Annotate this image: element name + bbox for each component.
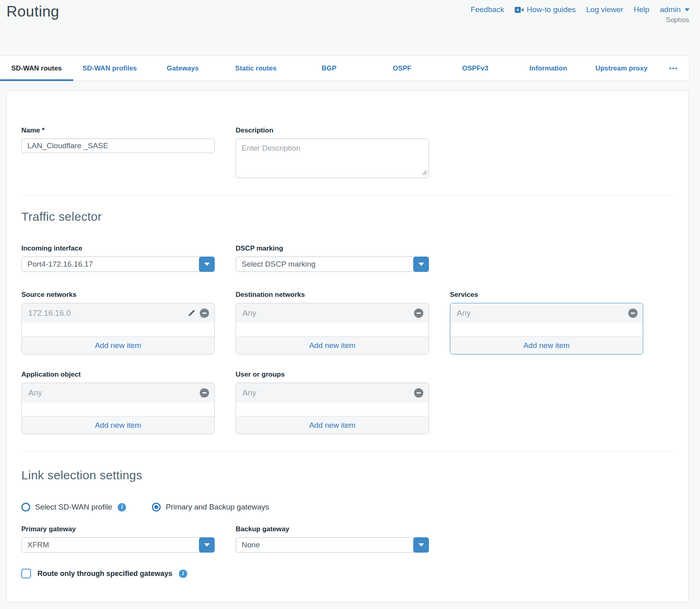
link-selection-options: Select SD-WAN profile i Primary and Back… xyxy=(21,503,674,512)
dscp-marking-value[interactable]: Select DSCP marking xyxy=(236,257,429,272)
list-item-label: Any xyxy=(242,309,410,318)
tab-upstream-proxy[interactable]: Upstream proxy xyxy=(585,56,658,81)
tab-sd-wan-profiles[interactable]: SD-WAN profiles xyxy=(73,56,147,81)
backup-gateway-label: Backup gateway xyxy=(236,525,429,533)
list-item: 172.16.16.0 xyxy=(22,303,214,323)
traffic-selector-heading: Traffic selector xyxy=(21,210,674,224)
listbox-body xyxy=(450,323,643,336)
caret-down-icon xyxy=(685,8,690,11)
destination-networks-label: Destination networks xyxy=(236,291,429,299)
tab-gateways[interactable]: Gateways xyxy=(146,56,220,81)
list-item-label: 172.16.16.0 xyxy=(28,309,183,318)
primary-gateway-select[interactable]: XFRM xyxy=(21,537,215,553)
chevron-down-icon xyxy=(418,263,424,266)
primary-gateway-value[interactable]: XFRM xyxy=(21,537,215,553)
log-viewer-link[interactable]: Log viewer xyxy=(586,5,623,14)
tab-information[interactable]: Information xyxy=(512,56,585,81)
how-to-guides-link[interactable]: How-to guides xyxy=(515,5,576,14)
incoming-interface-value[interactable]: Port4-172.16.16.17 xyxy=(21,257,215,272)
source-networks-listbox: 172.16.16.0 Add new item xyxy=(21,303,215,354)
incoming-interface-dropdown-button[interactable] xyxy=(199,257,215,272)
list-item: Any xyxy=(236,383,429,402)
header-nav: Feedback How-to guides Log viewer Help a… xyxy=(470,5,690,14)
tab-overflow-menu[interactable]: ••• xyxy=(658,56,689,81)
help-link[interactable]: Help xyxy=(634,5,649,14)
link-selection-heading: Link selection settings xyxy=(21,468,674,482)
page-header: Routing Feedback How-to guides Log viewe… xyxy=(0,0,700,56)
route-only-checkbox[interactable] xyxy=(21,569,31,578)
chevron-down-icon xyxy=(204,263,210,266)
dscp-marking-dropdown-button[interactable] xyxy=(413,257,429,272)
user-or-groups-listbox: Any Add new item xyxy=(236,383,429,434)
dscp-marking-label: DSCP marking xyxy=(236,244,429,253)
add-new-item-button[interactable]: Add new item xyxy=(450,336,643,354)
name-field[interactable] xyxy=(21,139,215,153)
info-icon[interactable]: i xyxy=(118,503,126,512)
add-new-item-button[interactable]: Add new item xyxy=(236,336,429,354)
edit-pencil-icon[interactable] xyxy=(187,309,196,317)
radio-select-sdwan-profile[interactable]: Select SD-WAN profile xyxy=(21,503,112,512)
remove-item-icon[interactable] xyxy=(200,309,209,318)
add-new-item-button[interactable]: Add new item xyxy=(22,336,214,354)
feedback-link-label: Feedback xyxy=(470,5,504,14)
services-listbox: Any Add new item xyxy=(450,303,643,354)
application-object-listbox: Any Add new item xyxy=(21,383,215,434)
tab-sd-wan-routes[interactable]: SD-WAN routes xyxy=(0,56,73,81)
primary-gateway-dropdown-button[interactable] xyxy=(199,537,215,553)
section-divider xyxy=(21,195,674,195)
radio-label: Primary and Backup gateways xyxy=(166,503,269,512)
list-item: Any xyxy=(450,303,643,323)
backup-gateway-value[interactable]: None xyxy=(236,537,429,553)
description-label: Description xyxy=(236,126,429,135)
list-item: Any xyxy=(22,383,214,402)
radio-button-icon[interactable] xyxy=(152,503,161,512)
description-field[interactable] xyxy=(236,139,429,178)
brand-label: Sophos xyxy=(666,16,689,24)
chevron-down-icon xyxy=(418,543,424,547)
backup-gateway-select[interactable]: None xyxy=(236,537,429,553)
radio-label: Select SD-WAN profile xyxy=(35,503,112,512)
tab-bar: SD-WAN routes SD-WAN profiles Gateways S… xyxy=(0,56,690,81)
remove-item-icon[interactable] xyxy=(628,309,638,318)
list-item-label: Any xyxy=(457,309,624,318)
remove-item-icon[interactable] xyxy=(414,309,423,318)
add-new-item-button[interactable]: Add new item xyxy=(22,416,214,434)
listbox-body xyxy=(22,402,214,416)
listbox-body xyxy=(236,402,429,416)
user-or-groups-label: User or groups xyxy=(236,371,429,379)
tab-static-routes[interactable]: Static routes xyxy=(220,56,293,81)
source-networks-label: Source networks xyxy=(21,291,215,299)
name-label: Name * xyxy=(21,126,215,135)
route-form-card: Name * Description Traffic selector Inco… xyxy=(6,91,689,602)
remove-item-icon[interactable] xyxy=(200,388,209,398)
info-icon[interactable]: i xyxy=(179,570,187,578)
help-label: Help xyxy=(634,5,649,14)
incoming-interface-select[interactable]: Port4-172.16.16.17 xyxy=(21,257,215,272)
backup-gateway-dropdown-button[interactable] xyxy=(413,537,429,553)
services-label: Services xyxy=(450,291,643,299)
section-divider xyxy=(21,451,674,452)
how-to-guides-label: How-to guides xyxy=(527,5,576,14)
radio-button-icon[interactable] xyxy=(21,503,30,512)
general-section: Name * Description xyxy=(21,91,674,180)
tab-bgp[interactable]: BGP xyxy=(292,56,366,81)
admin-menu[interactable]: admin xyxy=(660,5,690,14)
listbox-body xyxy=(22,323,214,336)
tab-ospfv3[interactable]: OSPFv3 xyxy=(439,56,512,81)
destination-networks-listbox: Any Add new item xyxy=(236,303,429,354)
admin-menu-label: admin xyxy=(660,5,681,14)
chevron-down-icon xyxy=(204,543,210,547)
route-only-option: Route only through specified gateways i xyxy=(21,569,674,578)
list-item-label: Any xyxy=(28,388,196,398)
application-object-label: Application object xyxy=(21,371,215,379)
list-item: Any xyxy=(236,303,429,323)
listbox-body xyxy=(236,323,429,336)
radio-primary-backup-gateways[interactable]: Primary and Backup gateways xyxy=(152,503,269,512)
dscp-marking-select[interactable]: Select DSCP marking xyxy=(236,257,429,272)
add-new-item-button[interactable]: Add new item xyxy=(236,416,429,434)
route-only-checkbox-label: Route only through specified gateways xyxy=(37,570,172,578)
feedback-link[interactable]: Feedback xyxy=(470,5,504,14)
video-camera-icon xyxy=(515,7,524,13)
tab-ospf[interactable]: OSPF xyxy=(366,56,439,81)
remove-item-icon[interactable] xyxy=(414,388,423,398)
